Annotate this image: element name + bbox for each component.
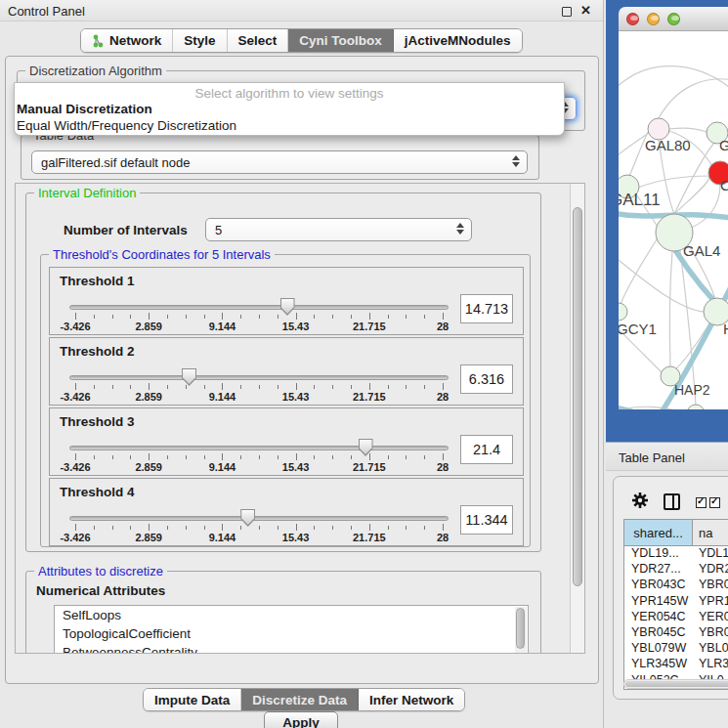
combobox-arrows-icon (456, 223, 464, 235)
cell-shared-name[interactable]: YBR045C (624, 625, 693, 641)
node-bottom[interactable] (687, 405, 705, 409)
threshold-label: Threshold 3 (60, 414, 135, 429)
settings-scrollbar-thumb[interactable] (573, 207, 582, 586)
network-edge[interactable] (621, 236, 659, 304)
select-all-checkbox-icon[interactable] (696, 497, 707, 508)
cell-name[interactable]: YPR1 (693, 594, 728, 610)
deselect-all-checkbox-icon[interactable] (709, 497, 720, 508)
tick-label: 15.43 (282, 391, 310, 403)
gear-icon[interactable] (631, 492, 649, 509)
slider-track[interactable] (69, 375, 449, 380)
numerical-attributes-list[interactable]: SelfLoopsTopologicalCoefficientBetweenne… (54, 605, 529, 654)
number-of-intervals-combobox[interactable]: 5 (205, 218, 472, 241)
table-scrollbar-thumb[interactable] (625, 681, 728, 687)
algorithm-option-equal-width[interactable]: Equal Width/Frequency Discretization (15, 117, 564, 134)
close-traffic-light[interactable] (626, 13, 639, 25)
network-view-window[interactable]: GAL80GACGAL11GAL4GCY1HHAP2 (606, 0, 728, 442)
network-edge[interactable] (689, 185, 720, 229)
network-edge[interactable] (669, 128, 707, 132)
tab-network[interactable]: Network (81, 29, 173, 52)
float-window-icon[interactable] (562, 7, 572, 17)
tick-mark (222, 524, 223, 531)
table-row[interactable]: YBR045CYBR0 (624, 625, 728, 641)
apply-button[interactable]: Apply (264, 711, 338, 728)
cell-shared-name[interactable]: YDR27... (624, 562, 693, 578)
attribute-list-item[interactable]: BetweennessCentrality (55, 643, 528, 654)
cell-name[interactable]: YLR3 (693, 657, 728, 672)
tab-jactivemnodules[interactable]: jActiveMNodules (394, 29, 522, 52)
cell-shared-name[interactable]: YLR345W (624, 657, 693, 672)
column-header-shared-name[interactable]: shared... (624, 520, 693, 545)
table-row[interactable]: YLR345WYLR3 (624, 657, 728, 672)
threshold-value-field[interactable]: 11.344 (460, 505, 513, 535)
threshold-slider[interactable]: -3.4262.8599.14415.4321.71528 (69, 367, 449, 405)
network-edge[interactable] (674, 178, 709, 214)
table-horizontal-scrollbar[interactable] (623, 679, 728, 689)
tick-mark (167, 315, 168, 319)
algorithm-option-manual[interactable]: Manual Discretization (15, 101, 564, 117)
column-header-name[interactable]: na (693, 520, 728, 545)
list-scrollbar[interactable] (515, 607, 527, 654)
threshold-slider[interactable]: -3.4262.8599.14415.4321.71528 (69, 508, 449, 545)
cell-name[interactable]: YDR2 (693, 562, 728, 578)
settings-scrollbar[interactable] (570, 184, 584, 653)
node-label-ga: GA (719, 137, 728, 153)
network-icon (92, 34, 105, 48)
tick-mark (314, 315, 315, 319)
cell-shared-name[interactable]: YBR043C (624, 578, 693, 593)
slider-track[interactable] (69, 516, 449, 521)
table-row[interactable]: YDL19...YDL1 (624, 546, 728, 562)
threshold-value-field[interactable]: 6.316 (460, 364, 513, 394)
cell-name[interactable]: YER0 (693, 610, 728, 625)
slider-track[interactable] (69, 446, 449, 450)
node-label-h: H (723, 321, 728, 337)
cell-name[interactable]: YBR0 (693, 578, 728, 593)
cell-shared-name[interactable]: YBL079W (624, 641, 693, 657)
table-row[interactable]: YDR27...YDR2 (624, 562, 728, 578)
tab-select[interactable]: Select (228, 29, 289, 52)
cell-name[interactable]: YBR0 (693, 625, 728, 641)
network-edge[interactable] (619, 66, 728, 90)
threshold-slider[interactable]: -3.4262.8599.14415.4321.71528 (69, 438, 449, 475)
threshold-slider[interactable]: -3.4262.8599.14415.4321.71528 (69, 297, 449, 334)
network-edge[interactable] (638, 176, 709, 188)
table-row[interactable]: YBR043CYBR0 (624, 578, 728, 593)
table-row[interactable]: YER054CYER0 (624, 610, 728, 625)
slider-track[interactable] (69, 305, 449, 310)
zoom-traffic-light[interactable] (667, 13, 680, 25)
network-canvas[interactable]: GAL80GACGAL11GAL4GCY1HHAP2 (619, 31, 728, 409)
threshold-value-field[interactable]: 21.4 (460, 435, 513, 464)
node-gcy1[interactable] (619, 303, 627, 321)
network-edge[interactable] (669, 251, 672, 366)
cell-name[interactable]: YDL1 (693, 546, 728, 562)
split-columns-icon[interactable] (664, 493, 680, 510)
tab-impute-data[interactable]: Impute Data (144, 689, 241, 710)
network-edge[interactable] (659, 79, 728, 118)
table-data-combobox[interactable]: galFiltered.sif default node (31, 150, 528, 174)
table-row[interactable]: YPR145WYPR1 (624, 594, 728, 610)
cell-shared-name[interactable]: YPR145W (624, 594, 693, 610)
close-icon[interactable]: ✕ (580, 3, 591, 18)
tick-mark (112, 315, 113, 319)
minimize-traffic-light[interactable] (647, 13, 660, 25)
list-scrollbar-thumb[interactable] (516, 608, 525, 649)
cell-name[interactable]: YBL0 (693, 641, 728, 657)
network-window-titlebar[interactable] (619, 7, 728, 31)
tick-mark (222, 453, 223, 460)
cell-shared-name[interactable]: YDL19... (624, 546, 693, 562)
tab-infer-network[interactable]: Infer Network (359, 689, 464, 710)
threshold-3-panel: Threshold 3-3.4262.8599.14415.4321.71528… (49, 407, 524, 476)
attribute-list-item[interactable]: SelfLoops (55, 606, 528, 624)
tick-mark (388, 385, 389, 389)
tick-mark (94, 526, 95, 530)
tab-discretize-data[interactable]: Discretize Data (241, 689, 359, 710)
tab-style[interactable]: Style (173, 29, 227, 52)
tick-label: 28 (437, 391, 449, 403)
tick-mark (167, 385, 168, 389)
threshold-value-field[interactable]: 14.713 (460, 294, 513, 323)
cell-shared-name[interactable]: YER054C (624, 610, 693, 625)
network-edge[interactable] (619, 256, 705, 312)
tab-cyni-toolbox[interactable]: Cyni Toolbox (288, 29, 394, 52)
attribute-list-item[interactable]: TopologicalCoefficient (55, 624, 528, 643)
table-row[interactable]: YBL079WYBL0 (624, 641, 728, 657)
